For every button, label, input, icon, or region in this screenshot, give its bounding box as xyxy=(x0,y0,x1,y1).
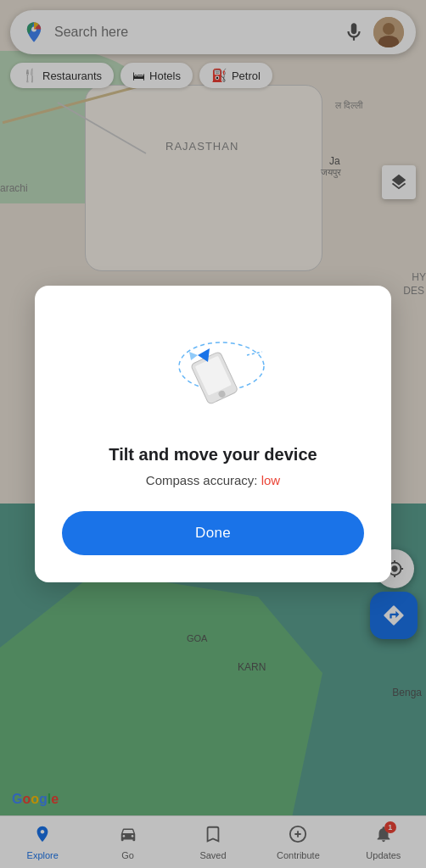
modal-accuracy-row: Compass accuracy: low xyxy=(146,473,280,487)
compass-animation-illustration xyxy=(137,320,289,421)
accuracy-label: Compass accuracy: xyxy=(146,473,258,487)
modal-overlay[interactable]: Tilt and move your device Compass accura… xyxy=(0,0,426,868)
svg-marker-9 xyxy=(189,352,198,360)
accuracy-value: low xyxy=(261,473,281,487)
svg-line-10 xyxy=(247,352,262,355)
done-button[interactable]: Done xyxy=(62,511,364,555)
modal-title: Tilt and move your device xyxy=(109,445,317,465)
compass-calibration-modal: Tilt and move your device Compass accura… xyxy=(35,286,391,582)
